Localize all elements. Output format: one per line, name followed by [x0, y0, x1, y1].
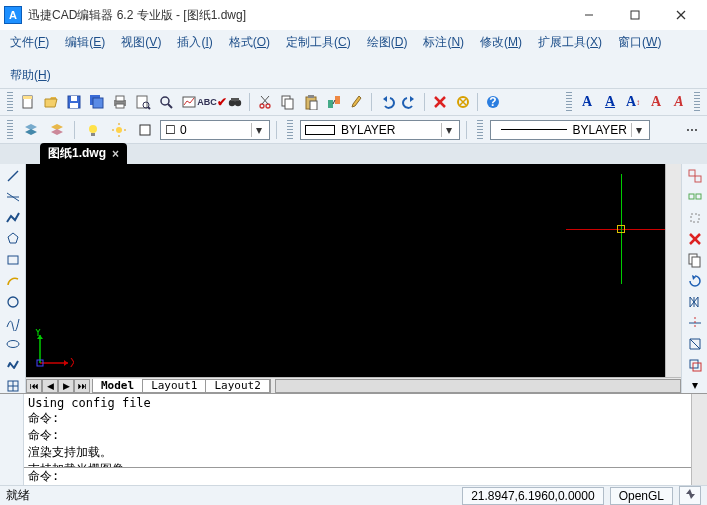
svg-point-41: [116, 127, 122, 133]
layer-combo[interactable]: ☐0 ▾: [160, 120, 270, 140]
paste-icon[interactable]: [300, 91, 322, 113]
menu-x[interactable]: 扩展工具(X): [536, 32, 604, 53]
command-input[interactable]: [63, 468, 691, 485]
new-icon[interactable]: [17, 91, 39, 113]
toolbar-grip[interactable]: [694, 92, 700, 112]
svg-line-26: [261, 96, 268, 104]
delete-icon[interactable]: [429, 91, 451, 113]
color-swatch-icon[interactable]: [134, 119, 156, 141]
redo-icon[interactable]: [399, 91, 421, 113]
spell-icon[interactable]: ABC✔: [201, 91, 223, 113]
ucs-icon: X Y: [34, 329, 74, 369]
layout-tab-model[interactable]: Model: [93, 379, 143, 392]
arc-icon[interactable]: [2, 272, 24, 290]
layers-icon[interactable]: [20, 119, 42, 141]
toolbar-grip[interactable]: [7, 120, 13, 140]
purge-icon[interactable]: [452, 91, 474, 113]
xline-icon[interactable]: [2, 188, 24, 206]
revcloud-icon[interactable]: [2, 356, 24, 374]
menu-v[interactable]: 视图(V): [119, 32, 163, 53]
saveall-icon[interactable]: [86, 91, 108, 113]
copyclip-icon[interactable]: [684, 251, 706, 269]
svg-line-25: [262, 96, 269, 104]
open-icon[interactable]: [40, 91, 62, 113]
minimize-button[interactable]: [567, 1, 611, 29]
status-compass-icon[interactable]: [679, 486, 701, 505]
pline-icon[interactable]: [2, 209, 24, 227]
vertical-scrollbar[interactable]: [665, 164, 681, 377]
binoc-icon[interactable]: [224, 91, 246, 113]
text-multi-icon[interactable]: A: [668, 91, 690, 113]
save-icon[interactable]: [63, 91, 85, 113]
horizontal-scrollbar[interactable]: [275, 379, 681, 393]
text-single-icon[interactable]: A: [645, 91, 667, 113]
spline-icon[interactable]: [2, 314, 24, 332]
toolbar-grip[interactable]: [566, 92, 572, 112]
toolbar-grip[interactable]: [7, 92, 13, 112]
ungroup-icon[interactable]: [684, 188, 706, 206]
svg-rect-66: [696, 194, 701, 199]
toolbar-grip[interactable]: [477, 120, 483, 140]
menu-f[interactable]: 文件(F): [8, 32, 51, 53]
layer-iso-icon[interactable]: [46, 119, 68, 141]
svg-rect-1: [631, 11, 639, 19]
menu-h[interactable]: 帮助(H): [8, 65, 53, 86]
menu-e[interactable]: 编辑(E): [63, 32, 107, 53]
menu-w[interactable]: 窗口(W): [616, 32, 663, 53]
group-icon[interactable]: [684, 167, 706, 185]
document-tab[interactable]: 图纸1.dwg ×: [40, 143, 127, 164]
polygon-icon[interactable]: [2, 230, 24, 248]
help-icon[interactable]: ?: [482, 91, 504, 113]
menu-n[interactable]: 标注(N): [421, 32, 466, 53]
ellipse-icon[interactable]: [2, 335, 24, 353]
toolbar-grip[interactable]: [287, 120, 293, 140]
preview-icon[interactable]: [132, 91, 154, 113]
svg-line-47: [8, 171, 18, 181]
layout-tab-layout1[interactable]: Layout1: [143, 379, 206, 392]
brush-icon[interactable]: [346, 91, 368, 113]
overflow-icon[interactable]: ▾: [684, 377, 706, 393]
cut-icon[interactable]: [254, 91, 276, 113]
text-au-icon[interactable]: A: [599, 91, 621, 113]
matchprop-icon[interactable]: [323, 91, 345, 113]
tab-first-icon[interactable]: ⏮: [26, 379, 42, 393]
copy-icon[interactable]: [277, 91, 299, 113]
extend-icon[interactable]: [684, 335, 706, 353]
menu-i[interactable]: 插入(I): [175, 32, 214, 53]
command-grip[interactable]: [0, 394, 24, 485]
sun-icon[interactable]: [108, 119, 130, 141]
offset-icon[interactable]: [684, 356, 706, 374]
delete-r-icon[interactable]: [684, 230, 706, 248]
circle-icon[interactable]: [2, 293, 24, 311]
close-button[interactable]: [659, 1, 703, 29]
drawing-canvas[interactable]: X Y: [26, 164, 681, 377]
find-icon[interactable]: [155, 91, 177, 113]
linetype-combo[interactable]: BYLAYER ▾: [300, 120, 460, 140]
text-ah-icon[interactable]: A↕: [622, 91, 644, 113]
tab-last-icon[interactable]: ⏭: [74, 379, 90, 393]
toolbar-overflow-icon[interactable]: ⋯: [681, 119, 703, 141]
mirror-icon[interactable]: [684, 293, 706, 311]
lineweight-combo[interactable]: BYLAYER ▾: [490, 120, 650, 140]
svg-rect-31: [310, 101, 317, 110]
rotate-icon[interactable]: [684, 272, 706, 290]
bulb-icon[interactable]: [82, 119, 104, 141]
print-icon[interactable]: [109, 91, 131, 113]
tab-prev-icon[interactable]: ◀: [42, 379, 58, 393]
layout-tab-layout2[interactable]: Layout2: [206, 379, 269, 392]
trim-icon[interactable]: [684, 314, 706, 332]
line-tool-icon[interactable]: [2, 167, 24, 185]
close-icon[interactable]: ×: [112, 147, 119, 161]
undo-icon[interactable]: [376, 91, 398, 113]
menu-o[interactable]: 格式(O): [227, 32, 272, 53]
menu-d[interactable]: 绘图(D): [365, 32, 410, 53]
rect-icon[interactable]: [2, 251, 24, 269]
tab-next-icon[interactable]: ▶: [58, 379, 74, 393]
command-scrollbar[interactable]: [691, 394, 707, 485]
menu-c[interactable]: 定制工具(C): [284, 32, 353, 53]
document-tabs: 图纸1.dwg ×: [0, 144, 707, 164]
text-a-icon[interactable]: A: [576, 91, 598, 113]
maximize-button[interactable]: [613, 1, 657, 29]
explode-icon[interactable]: [684, 209, 706, 227]
menu-m[interactable]: 修改(M): [478, 32, 524, 53]
